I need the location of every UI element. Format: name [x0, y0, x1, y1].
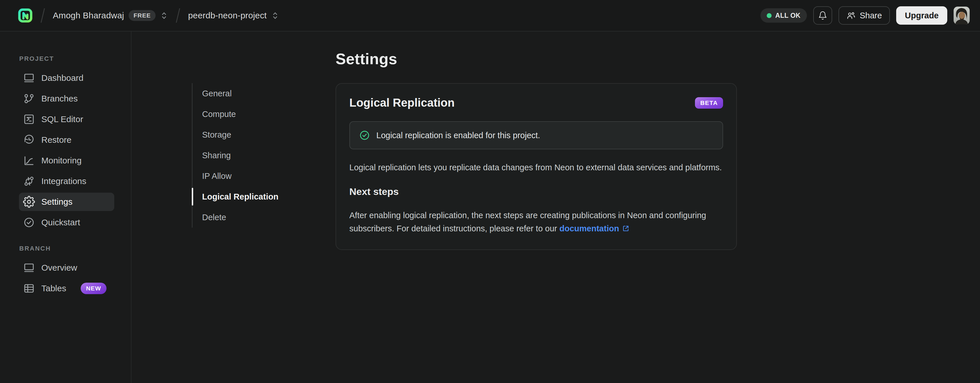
sidebar-item-monitoring[interactable]: Monitoring — [19, 151, 114, 170]
sidebar-item-label: Monitoring — [41, 156, 81, 165]
sql-editor-icon — [23, 113, 35, 125]
replication-description: Logical replication lets you replicate d… — [349, 161, 723, 174]
git-branch-icon — [23, 93, 35, 104]
success-alert: Logical replication is enabled for this … — [349, 121, 723, 149]
neon-logo[interactable] — [18, 8, 33, 23]
sidebar-item-label: Branches — [41, 94, 78, 103]
status-pill[interactable]: ALL OK — [760, 8, 807, 23]
status-dot-icon — [767, 13, 772, 18]
neon-console: Amogh Bharadwaj FREE peerdb-neon-project… — [0, 0, 980, 383]
settings-nav-ip-allow[interactable]: IP Allow — [192, 166, 278, 186]
sidebar-item-label: Tables — [41, 283, 66, 293]
breadcrumb: Amogh Bharadwaj FREE peerdb-neon-project — [18, 6, 279, 24]
page-body: PROJECT Dashboard — [0, 32, 980, 383]
beta-badge: BETA — [695, 97, 723, 109]
sidebar-item-settings[interactable]: Settings — [19, 193, 114, 211]
next-steps-text: After enabling logical replication, the … — [349, 209, 723, 235]
page-title: Settings — [336, 50, 737, 68]
project-nav-list: Dashboard Branches — [0, 69, 131, 232]
sidebar-section-project: PROJECT — [19, 55, 131, 62]
sidebar-item-label: SQL Editor — [41, 114, 83, 124]
settings-nav-logical-replication[interactable]: Logical Replication — [192, 186, 278, 207]
user-avatar[interactable] — [954, 6, 970, 24]
avatar-photo — [954, 6, 970, 24]
sidebar-item-restore[interactable]: Restore — [19, 131, 114, 149]
chevron-up-down-icon — [271, 11, 279, 20]
external-link-icon — [622, 225, 630, 233]
alert-text: Logical replication is enabled for this … — [376, 131, 540, 140]
sidebar-item-overview[interactable]: Overview — [19, 259, 114, 277]
dashboard-icon — [23, 72, 35, 84]
sidebar-item-integrations[interactable]: Integrations — [19, 172, 114, 190]
bell-icon — [818, 11, 827, 20]
breadcrumb-slash-icon — [175, 6, 181, 24]
settings-nav-sharing[interactable]: Sharing — [192, 145, 278, 166]
documentation-link[interactable]: documentation — [560, 224, 619, 233]
integrations-icon — [23, 175, 35, 187]
topbar-actions: ALL OK Share Upgrade — [760, 6, 970, 25]
status-label: ALL OK — [775, 12, 800, 19]
success-check-icon — [359, 130, 370, 141]
upgrade-button[interactable]: Upgrade — [896, 6, 947, 25]
table-icon — [23, 282, 35, 294]
org-name: Amogh Bharadwaj — [53, 11, 124, 21]
check-circle-icon — [23, 217, 35, 228]
sidebar-item-label: Quickstart — [41, 218, 80, 227]
sidebar-item-branches[interactable]: Branches — [19, 89, 114, 108]
sidebar-item-dashboard[interactable]: Dashboard — [19, 69, 114, 87]
chart-line-icon — [23, 155, 35, 166]
gear-icon — [23, 196, 35, 208]
plan-badge: FREE — [129, 10, 156, 21]
settings-main: Settings Logical Replication BETA Logica… — [336, 50, 737, 250]
share-button[interactable]: Share — [838, 6, 890, 25]
content-area: General Compute Storage Sharing IP Allow… — [132, 32, 980, 383]
sidebar-item-quickstart[interactable]: Quickstart — [19, 213, 114, 232]
sidebar-item-label: Settings — [41, 197, 72, 207]
users-icon — [846, 11, 856, 20]
next-steps-title: Next steps — [349, 186, 723, 197]
notifications-button[interactable] — [813, 6, 832, 25]
project-name: peerdb-neon-project — [188, 11, 267, 21]
breadcrumb-slash-icon — [40, 6, 46, 24]
sidebar-item-label: Restore — [41, 135, 72, 145]
sidebar-item-label: Overview — [41, 263, 77, 273]
settings-nav-compute[interactable]: Compute — [192, 104, 278, 124]
logical-replication-card: Logical Replication BETA Logical replica… — [336, 83, 737, 250]
new-badge: NEW — [81, 283, 107, 294]
sidebar-item-label: Dashboard — [41, 73, 84, 83]
sidebar-item-tables[interactable]: Tables NEW — [19, 279, 114, 298]
settings-nav-general[interactable]: General — [192, 83, 278, 104]
branch-nav-list: Overview Tables NEW — [0, 259, 131, 298]
org-switcher[interactable]: Amogh Bharadwaj FREE — [53, 10, 168, 21]
settings-sub-nav: General Compute Storage Sharing IP Allow… — [192, 83, 278, 228]
sidebar-section-branch: BRANCH — [19, 245, 131, 252]
project-switcher[interactable]: peerdb-neon-project — [188, 11, 279, 21]
share-label: Share — [860, 11, 882, 21]
neon-logo-icon — [18, 8, 33, 23]
sidebar-item-sql-editor[interactable]: SQL Editor — [19, 110, 114, 128]
settings-nav-storage[interactable]: Storage — [192, 124, 278, 145]
sidebar-item-label: Integrations — [41, 176, 86, 186]
card-title: Logical Replication — [349, 97, 455, 109]
topbar: Amogh Bharadwaj FREE peerdb-neon-project… — [0, 0, 980, 32]
overview-icon — [23, 262, 35, 274]
settings-nav-delete[interactable]: Delete — [192, 207, 278, 228]
chevron-up-down-icon — [160, 11, 168, 20]
history-icon — [23, 134, 35, 146]
sidebar: PROJECT Dashboard — [0, 32, 132, 383]
